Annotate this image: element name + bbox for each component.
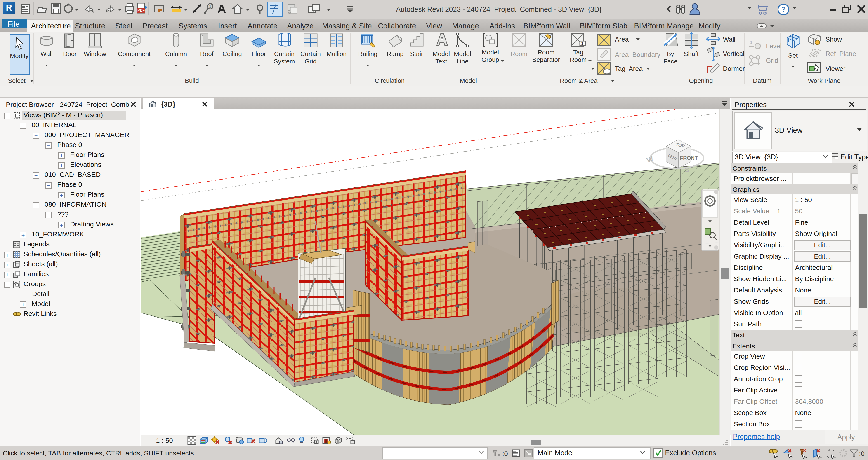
svg-text:1: 1	[750, 40, 752, 45]
svg-text:?: ?	[781, 5, 786, 13]
svg-text:FRONT: FRONT	[680, 155, 698, 161]
svg-text:PDF: PDF	[137, 8, 145, 12]
svg-text:1: 1	[581, 41, 583, 46]
svg-text:1: 1	[209, 4, 211, 9]
svg-text:S: S	[685, 166, 689, 173]
